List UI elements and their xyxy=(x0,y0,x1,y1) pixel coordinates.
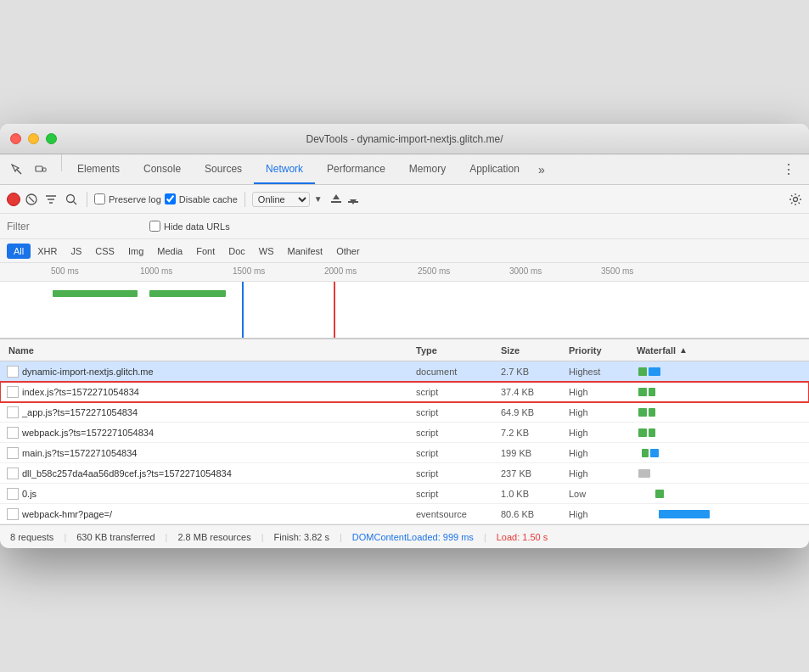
col-header-priority[interactable]: Priority xyxy=(569,345,637,356)
preserve-log-label[interactable]: Preserve log xyxy=(94,193,161,204)
file-icon xyxy=(7,406,19,418)
kebab-menu-button[interactable]: ⋮ xyxy=(775,154,802,184)
status-finish: Finish: 3.82 s xyxy=(274,532,329,542)
table-row[interactable]: dynamic-import-nextjs.glitch.medocument2… xyxy=(0,361,809,382)
network-toolbar: Preserve log Disable cache Online Fast 3… xyxy=(0,185,809,214)
type-filter-img[interactable]: Img xyxy=(121,244,150,259)
cell-type: script xyxy=(416,468,501,479)
hide-data-urls-checkbox[interactable] xyxy=(149,221,160,232)
minimize-button[interactable] xyxy=(28,133,39,144)
waterfall-bar xyxy=(638,388,647,396)
filter-icon[interactable] xyxy=(42,191,59,208)
preserve-log-checkbox[interactable] xyxy=(94,193,105,204)
tab-network[interactable]: Network xyxy=(254,154,315,184)
type-filter-css[interactable]: CSS xyxy=(88,244,121,259)
file-icon xyxy=(7,386,19,398)
col-header-name[interactable]: Name xyxy=(0,345,416,356)
waterfall-bar xyxy=(659,510,710,518)
cell-waterfall xyxy=(637,402,809,422)
load-line xyxy=(334,282,335,338)
tab-console[interactable]: Console xyxy=(132,154,193,184)
cell-size: 7.2 KB xyxy=(501,428,569,438)
table-row[interactable]: webpack-hmr?page=/eventsource80.6 KBHigh xyxy=(0,504,809,524)
import-button[interactable] xyxy=(329,193,343,206)
type-filter-all[interactable]: All xyxy=(7,244,31,259)
toolbar-separator-1 xyxy=(87,192,87,207)
table-row[interactable]: webpack.js?ts=1572271054834script7.2 KBH… xyxy=(0,423,809,443)
filter-input[interactable] xyxy=(7,221,109,232)
file-icon xyxy=(7,427,19,439)
device-toolbar-icon[interactable] xyxy=(31,160,51,180)
close-button[interactable] xyxy=(10,133,21,144)
type-filter-doc[interactable]: Doc xyxy=(222,244,252,259)
ruler-tick-1500: 1500 ms xyxy=(233,266,265,276)
table-row[interactable]: _app.js?ts=1572271054834script64.9 KBHig… xyxy=(0,402,809,423)
cell-type: script xyxy=(416,489,501,499)
filter-row: Hide data URLs xyxy=(0,214,809,239)
cell-priority: High xyxy=(569,428,637,438)
col-header-waterfall[interactable]: Waterfall ▲ xyxy=(637,345,809,356)
col-header-size[interactable]: Size xyxy=(501,345,569,356)
cell-waterfall xyxy=(637,484,809,503)
type-filter-manifest[interactable]: Manifest xyxy=(281,244,330,259)
connection-select[interactable]: Online Fast 3G Slow 3G Offline xyxy=(252,192,310,207)
waterfall-bar xyxy=(650,449,659,457)
file-icon xyxy=(7,366,19,378)
file-icon xyxy=(7,508,19,520)
search-button[interactable] xyxy=(63,191,80,208)
svg-point-8 xyxy=(67,194,75,202)
record-button[interactable] xyxy=(7,193,20,206)
disable-cache-label[interactable]: Disable cache xyxy=(165,193,238,204)
type-filter-xhr[interactable]: XHR xyxy=(31,244,64,259)
export-button[interactable] xyxy=(346,193,360,206)
tab-performance[interactable]: Performance xyxy=(315,154,397,184)
table-row[interactable]: dll_b58c257da4aa56d89cef.js?ts=157227105… xyxy=(0,463,809,484)
disable-cache-checkbox[interactable] xyxy=(165,193,176,204)
type-filter-ws[interactable]: WS xyxy=(252,244,281,259)
toolbar-separator xyxy=(61,154,62,171)
waterfall-bar xyxy=(649,388,655,396)
tabs-bar: Elements Console Sources Network Perform… xyxy=(0,154,809,185)
cell-name: dll_b58c257da4aa56d89cef.js?ts=157227105… xyxy=(0,468,416,479)
svg-marker-11 xyxy=(333,194,340,199)
type-filter-other[interactable]: Other xyxy=(329,244,367,259)
inspect-element-icon[interactable] xyxy=(7,160,27,180)
cell-priority: High xyxy=(569,407,637,417)
svg-line-9 xyxy=(74,201,77,204)
maximize-button[interactable] xyxy=(46,133,57,144)
cell-name: index.js?ts=1572271054834 xyxy=(0,386,416,398)
ruler-tick-2500: 2500 ms xyxy=(418,266,450,276)
cell-type: script xyxy=(416,387,501,397)
table-row[interactable]: index.js?ts=1572271054834script37.4 KBHi… xyxy=(0,382,809,402)
more-tabs-button[interactable]: » xyxy=(531,154,552,184)
hide-data-urls-label[interactable]: Hide data URLs xyxy=(149,221,230,232)
connection-dropdown-arrow: ▼ xyxy=(314,194,323,204)
svg-line-0 xyxy=(17,170,21,174)
tab-elements[interactable]: Elements xyxy=(65,154,132,184)
timeline-chart xyxy=(0,282,809,339)
type-filter-media[interactable]: Media xyxy=(150,244,189,259)
tab-application[interactable]: Application xyxy=(458,154,531,184)
traffic-lights xyxy=(10,133,57,144)
col-header-type[interactable]: Type xyxy=(416,345,501,356)
cell-name: main.js?ts=1572271054834 xyxy=(0,447,416,459)
svg-point-14 xyxy=(794,197,798,201)
table-row[interactable]: 0.jsscript1.0 KBLow xyxy=(0,484,809,504)
type-filter-font[interactable]: Font xyxy=(189,244,222,259)
cell-type: eventsource xyxy=(416,509,501,519)
settings-gear-button[interactable] xyxy=(789,193,802,206)
tab-sources[interactable]: Sources xyxy=(193,154,254,184)
clear-button[interactable] xyxy=(24,192,39,207)
cell-priority: High xyxy=(569,468,637,479)
cell-priority: High xyxy=(569,448,637,458)
cell-priority: Highest xyxy=(569,367,637,377)
tab-memory[interactable]: Memory xyxy=(397,154,458,184)
cell-waterfall xyxy=(637,423,809,442)
cell-type: script xyxy=(416,448,501,458)
ruler-tick-500: 500 ms xyxy=(51,266,79,276)
cell-waterfall xyxy=(637,361,809,381)
status-requests: 8 requests xyxy=(10,532,53,542)
type-filter-js[interactable]: JS xyxy=(64,244,88,259)
waterfall-bar xyxy=(649,367,660,376)
table-row[interactable]: main.js?ts=1572271054834script199 KBHigh xyxy=(0,443,809,463)
